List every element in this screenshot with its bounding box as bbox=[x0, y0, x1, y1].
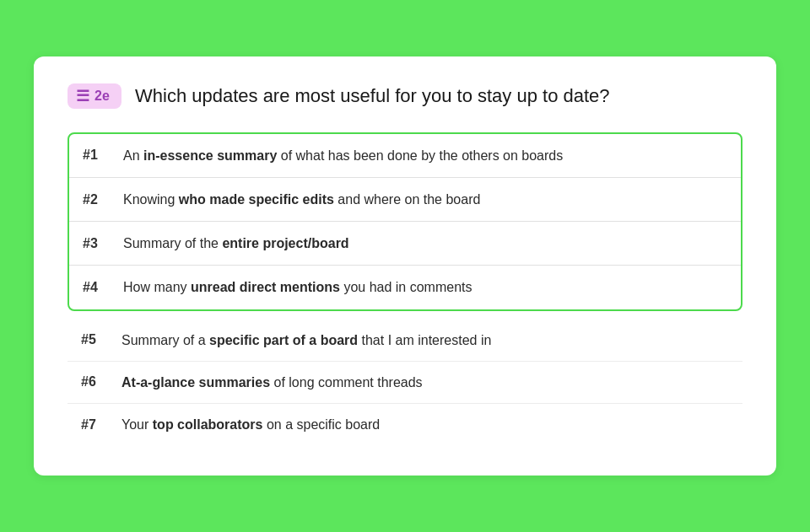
option-rank-5: #5 bbox=[81, 332, 105, 347]
card-header: ☰ 2e Which updates are most useful for y… bbox=[68, 83, 742, 109]
option-row-6[interactable]: #6 At-a-glance summaries of long comment… bbox=[68, 362, 742, 403]
option-rank-4: #4 bbox=[83, 280, 106, 295]
option-text-5: Summary of a specific part of a board th… bbox=[122, 330, 491, 350]
option-rank-6: #6 bbox=[81, 374, 105, 390]
option-rank-7: #7 bbox=[81, 417, 105, 433]
badge-icon: ☰ bbox=[76, 89, 89, 104]
selected-group-wrapper: #1 An in-essence summary of what has bee… bbox=[68, 132, 742, 314]
option-row-5[interactable]: #5 Summary of a specific part of a board… bbox=[68, 320, 742, 361]
selected-options-group: #1 An in-essence summary of what has bee… bbox=[68, 132, 742, 311]
options-container: #1 An in-essence summary of what has bee… bbox=[68, 132, 742, 445]
question-badge: ☰ 2e bbox=[68, 83, 122, 109]
option-row-1[interactable]: #1 An in-essence summary of what has bee… bbox=[69, 134, 741, 178]
option-text-3: Summary of the entire project/board bbox=[123, 234, 349, 253]
option-rank-3: #3 bbox=[83, 236, 106, 251]
survey-card: ☰ 2e Which updates are most useful for y… bbox=[34, 56, 776, 476]
option-rank-1: #1 bbox=[83, 148, 106, 163]
option-row-7[interactable]: #7 Your top collaborators on a specific … bbox=[68, 404, 742, 445]
option-text-4: How many unread direct mentions you had … bbox=[123, 277, 472, 297]
option-row-3[interactable]: #3 Summary of the entire project/board bbox=[69, 222, 741, 266]
option-text-7: Your top collaborators on a specific boa… bbox=[122, 415, 380, 434]
option-rank-2: #2 bbox=[83, 192, 106, 207]
option-text-2: Knowing who made specific edits and wher… bbox=[123, 190, 480, 209]
option-row-2[interactable]: #2 Knowing who made specific edits and w… bbox=[69, 178, 741, 222]
option-text-1: An in-essence summary of what has been d… bbox=[123, 146, 563, 165]
option-row-4[interactable]: #4 How many unread direct mentions you h… bbox=[69, 266, 741, 309]
badge-label: 2e bbox=[94, 89, 110, 104]
unselected-options-group: #5 Summary of a specific part of a board… bbox=[68, 314, 742, 446]
option-text-6: At-a-glance summaries of long comment th… bbox=[122, 373, 423, 392]
question-text: Which updates are most useful for you to… bbox=[135, 85, 610, 107]
